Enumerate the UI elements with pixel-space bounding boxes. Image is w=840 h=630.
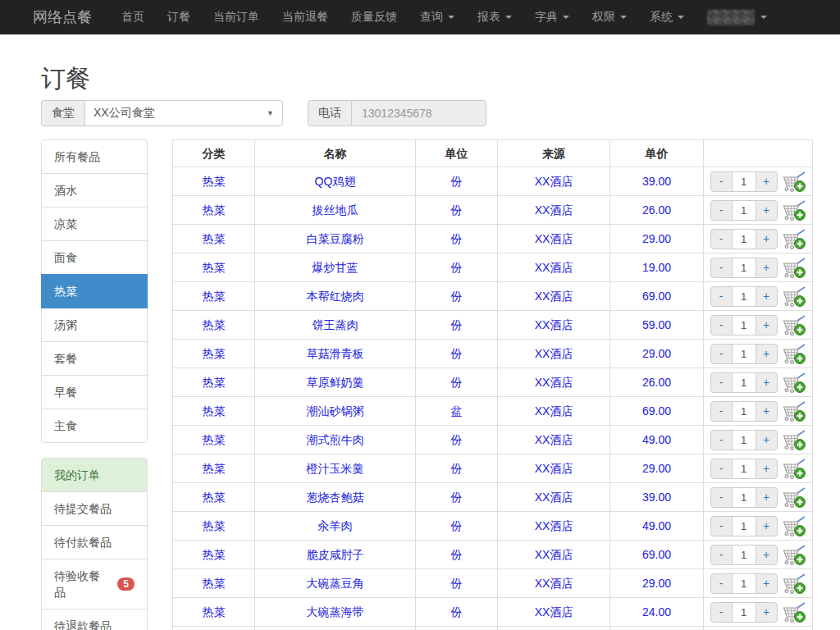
quantity-input[interactable] <box>732 487 756 508</box>
cell-source[interactable]: XX酒店 <box>498 598 610 627</box>
quantity-input[interactable] <box>732 315 756 336</box>
add-to-cart-button[interactable] <box>782 428 806 451</box>
quantity-decrease-button[interactable]: - <box>710 602 733 623</box>
navbar-menu-item[interactable]: 报表 <box>466 0 523 34</box>
cell-source[interactable]: XX酒店 <box>498 569 610 598</box>
quantity-input[interactable] <box>732 229 756 249</box>
cell-category[interactable]: 热菜 <box>173 340 255 368</box>
navbar-menu-item[interactable]: 字典 <box>523 0 581 34</box>
cell-price[interactable]: 59.00 <box>610 311 704 340</box>
cell-category[interactable]: 热菜 <box>173 569 255 598</box>
cell-source[interactable]: XX酒店 <box>498 196 610 225</box>
quantity-increase-button[interactable]: + <box>756 372 778 393</box>
navbar-menu-item[interactable]: 当前退餐 <box>271 0 340 34</box>
add-to-cart-button[interactable] <box>782 486 806 509</box>
sidebar-order-item[interactable]: 待退款餐品 <box>41 609 148 630</box>
cell-dish-name[interactable]: 脆皮咸肘子 <box>255 541 416 569</box>
cell-source[interactable]: XX酒店 <box>498 253 610 282</box>
quantity-increase-button[interactable]: + <box>756 602 778 623</box>
cell-price[interactable]: 24.00 <box>610 598 704 627</box>
navbar-menu-item[interactable]: 系统 <box>638 0 696 34</box>
navbar-menu-item[interactable]: 首页 <box>110 0 156 34</box>
quantity-input[interactable] <box>732 171 756 192</box>
quantity-increase-button[interactable]: + <box>756 401 778 422</box>
quantity-increase-button[interactable]: + <box>756 573 778 594</box>
quantity-increase-button[interactable]: + <box>756 430 778 450</box>
quantity-input[interactable] <box>732 430 756 450</box>
add-to-cart-button[interactable] <box>782 227 806 250</box>
cell-source[interactable]: XX酒店 <box>498 368 610 397</box>
cell-unit[interactable]: 份 <box>416 253 498 282</box>
sidebar-category-item[interactable]: 酒水 <box>41 173 148 208</box>
cell-dish-name[interactable]: 汆羊肉 <box>255 512 416 541</box>
add-to-cart-button[interactable] <box>782 543 806 566</box>
navbar-menu-item[interactable]: 质量反馈 <box>340 0 409 34</box>
quantity-decrease-button[interactable]: - <box>710 258 733 278</box>
sidebar-order-item[interactable]: 待付款餐品 <box>41 525 148 559</box>
cell-price[interactable]: 29.00 <box>610 569 704 598</box>
cell-source[interactable]: XX酒店 <box>498 483 610 512</box>
phone-input[interactable] <box>351 100 486 126</box>
navbar-menu-item[interactable]: 权限 <box>581 0 638 34</box>
quantity-decrease-button[interactable]: - <box>710 171 733 192</box>
cell-dish-name[interactable]: 拔丝地瓜 <box>255 196 416 225</box>
cell-source[interactable]: XX酒店 <box>498 397 610 426</box>
sidebar-category-item[interactable]: 热菜 <box>41 274 148 308</box>
cell-price[interactable]: 49.00 <box>610 512 704 541</box>
cell-unit[interactable]: 份 <box>416 167 498 196</box>
add-to-cart-button[interactable] <box>782 600 806 623</box>
cell-dish-name[interactable]: 葱烧杏鲍菇 <box>255 483 416 512</box>
cell-unit[interactable]: 份 <box>416 282 498 311</box>
quantity-increase-button[interactable]: + <box>756 545 778 565</box>
cell-price[interactable]: 26.00 <box>610 368 704 397</box>
quantity-decrease-button[interactable]: - <box>710 516 733 536</box>
quantity-decrease-button[interactable]: - <box>710 573 733 594</box>
sidebar-category-item[interactable]: 套餐 <box>41 341 148 376</box>
cell-price[interactable]: 69.00 <box>610 282 704 311</box>
cell-unit[interactable]: 份 <box>416 368 498 397</box>
cell-dish-name[interactable]: 大碗蒸豆角 <box>255 569 416 598</box>
sidebar-category-item[interactable]: 所有餐品 <box>41 139 148 174</box>
cell-price[interactable] <box>610 627 704 630</box>
quantity-input[interactable] <box>732 545 756 565</box>
cell-source[interactable]: XX酒店 <box>498 512 610 541</box>
cell-unit[interactable]: 份 <box>416 598 498 627</box>
cell-source[interactable]: XX酒店 <box>498 340 610 368</box>
quantity-decrease-button[interactable]: - <box>710 401 733 422</box>
cell-unit[interactable]: 份 <box>416 225 498 253</box>
cell-source[interactable]: XX酒店 <box>498 454 610 483</box>
cell-dish-name[interactable]: 白菜豆腐粉 <box>255 225 416 253</box>
add-to-cart-button[interactable] <box>782 514 806 537</box>
cell-source[interactable]: XX酒店 <box>498 167 610 196</box>
quantity-increase-button[interactable]: + <box>756 516 778 536</box>
cell-unit[interactable]: 份 <box>416 311 498 340</box>
quantity-input[interactable] <box>732 258 756 278</box>
quantity-decrease-button[interactable]: - <box>710 229 733 249</box>
cell-source[interactable]: XX酒店 <box>498 426 610 454</box>
cell-price[interactable]: 49.00 <box>610 426 704 454</box>
quantity-decrease-button[interactable]: - <box>710 487 733 508</box>
cell-unit[interactable]: 份 <box>416 196 498 225</box>
quantity-increase-button[interactable]: + <box>756 171 778 192</box>
quantity-increase-button[interactable]: + <box>756 258 778 278</box>
cell-dish-name[interactable]: 草原鲜奶羹 <box>255 368 416 397</box>
cell-category[interactable]: 热菜 <box>173 483 255 512</box>
cell-unit[interactable]: 份 <box>416 569 498 598</box>
cell-unit[interactable]: 份 <box>416 454 498 483</box>
cell-source[interactable]: XX酒店 <box>498 225 610 253</box>
sidebar-order-item[interactable]: 待提交餐品 <box>41 491 148 526</box>
quantity-input[interactable] <box>732 200 756 221</box>
cell-category[interactable]: 热菜 <box>173 253 255 282</box>
add-to-cart-button[interactable] <box>782 199 806 221</box>
cell-category[interactable]: 热菜 <box>173 541 255 569</box>
cell-category[interactable]: 热菜 <box>173 282 255 311</box>
quantity-input[interactable] <box>732 573 756 594</box>
cell-unit[interactable] <box>416 627 498 630</box>
cell-unit[interactable]: 份 <box>416 426 498 454</box>
cell-category[interactable]: 热菜 <box>173 454 255 483</box>
cell-unit[interactable]: 盆 <box>416 397 498 426</box>
cell-source[interactable]: XX酒店 <box>498 282 610 311</box>
navbar-menu-item[interactable]: 订餐 <box>156 0 202 34</box>
quantity-input[interactable] <box>732 516 756 536</box>
quantity-increase-button[interactable]: + <box>756 487 778 508</box>
